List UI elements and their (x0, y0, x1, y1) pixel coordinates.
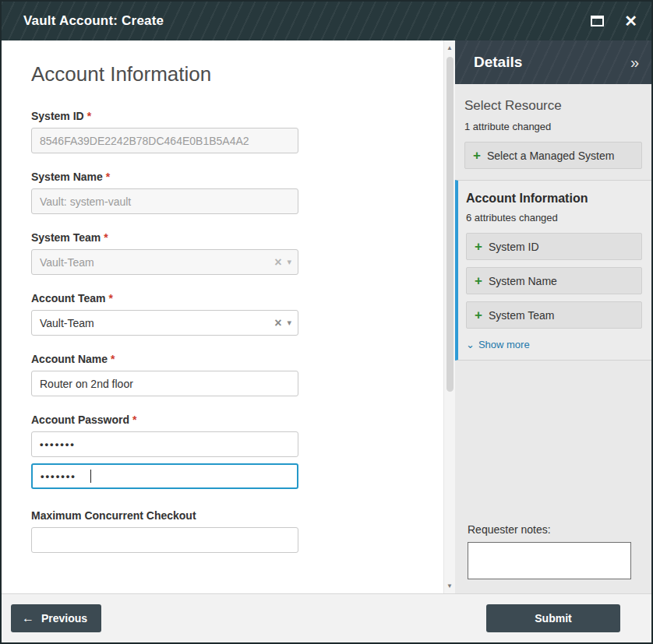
content: Account Information System ID* System Na… (2, 40, 651, 593)
field-system-id: System ID* (31, 110, 298, 153)
required-asterisk: * (106, 171, 110, 183)
footer-left: ← Previous (2, 604, 455, 632)
maximize-glyph (591, 16, 604, 26)
attr-item-system-name[interactable]: + System Name (466, 267, 642, 294)
attr-item-system-team[interactable]: + System Team (466, 301, 642, 329)
select-icons: × ▾ (274, 317, 291, 329)
system-team-label: System Team* (31, 231, 298, 244)
account-team-value: Vault-Team (40, 317, 94, 329)
select-managed-system-button[interactable]: + Select a Managed System (464, 142, 642, 169)
attr-item-system-id[interactable]: + System ID (466, 233, 642, 260)
select-icons: × ▾ (274, 256, 291, 269)
chevron-down-icon: ⌄ (466, 339, 475, 350)
text-cursor (90, 470, 91, 483)
field-system-team: System Team* Vault-Team × ▾ (31, 231, 298, 275)
system-team-value: Vault-Team (40, 256, 94, 269)
details-header: Details » (455, 40, 651, 84)
clear-icon: × (274, 256, 281, 269)
confirm-password-input[interactable] (31, 463, 298, 489)
field-account-password: Account Password* (31, 413, 298, 489)
clear-icon[interactable]: × (274, 317, 281, 329)
show-more-label: Show more (478, 339, 530, 350)
plus-icon: + (475, 274, 482, 287)
form-scroll-area: Account Information System ID* System Na… (2, 40, 443, 593)
system-team-select: Vault-Team × ▾ (31, 249, 298, 275)
submit-button[interactable]: Submit (486, 604, 620, 632)
caret-down-icon[interactable]: ▾ (287, 318, 291, 328)
system-name-label: System Name* (31, 171, 298, 183)
select-resource-section: Select Resource 1 attribute changed + Se… (455, 84, 651, 180)
required-asterisk: * (132, 413, 136, 426)
field-system-name: System Name* (31, 171, 298, 214)
select-resource-heading: Select Resource (464, 98, 642, 114)
page-title: Account Information (31, 62, 443, 86)
footer: ← Previous Submit (2, 593, 651, 642)
window-title: Vault Account: Create (23, 13, 164, 29)
close-icon[interactable]: ✕ (624, 13, 637, 29)
attr-item-label: System Name (489, 275, 557, 287)
requester-notes-label: Requester notes: (468, 523, 642, 536)
plus-icon: + (475, 240, 482, 253)
account-information-panel: Account Information 6 attributes changed… (455, 180, 651, 361)
details-sidebar: Details » Select Resource 1 attribute ch… (455, 40, 651, 593)
plus-icon: + (475, 308, 482, 322)
show-more-link[interactable]: ⌄ Show more (466, 336, 642, 352)
account-password-label: Account Password* (31, 413, 298, 426)
titlebar-icons: ✕ (591, 13, 637, 29)
previous-label: Previous (41, 612, 87, 625)
select-managed-system-label: Select a Managed System (487, 150, 614, 162)
select-resource-changed: 1 attribute changed (464, 121, 642, 132)
details-title: Details (474, 54, 522, 71)
confirm-password-wrap (31, 463, 298, 489)
account-password-input[interactable] (31, 431, 298, 457)
field-maximum-concurrent-checkout: Maximum Concurrent Checkout (31, 509, 298, 553)
form-panel: Account Information System ID* System Na… (2, 40, 455, 593)
requester-notes-input[interactable] (468, 542, 631, 579)
system-id-label: System ID* (31, 110, 298, 122)
attr-item-label: System ID (489, 241, 539, 253)
account-team-select[interactable]: Vault-Team × ▾ (31, 310, 298, 336)
required-asterisk: * (104, 231, 108, 244)
arrow-left-icon: ← (22, 611, 34, 625)
system-id-input (31, 128, 298, 153)
plus-icon: + (473, 149, 481, 162)
account-name-label: Account Name* (31, 353, 298, 365)
attr-item-label: System Team (489, 309, 555, 322)
titlebar: Vault Account: Create ✕ (2, 2, 651, 40)
required-asterisk: * (111, 353, 115, 365)
maximize-icon[interactable] (591, 16, 604, 26)
account-information-changed: 6 attributes changed (466, 212, 642, 223)
field-account-team: Account Team* Vault-Team × ▾ (31, 292, 298, 336)
scroll-up-icon[interactable]: ▲ (447, 40, 453, 55)
required-asterisk: * (87, 110, 91, 122)
required-asterisk: * (108, 292, 112, 304)
account-information-heading: Account Information (466, 192, 642, 206)
system-name-input (31, 188, 298, 214)
vault-account-create-window: Vault Account: Create ✕ Account Informat… (0, 0, 653, 644)
scrollbar[interactable]: ▲ ▼ (443, 40, 455, 593)
account-team-label: Account Team* (31, 292, 298, 304)
maximum-concurrent-checkout-label: Maximum Concurrent Checkout (31, 509, 298, 522)
previous-button[interactable]: ← Previous (11, 604, 101, 632)
scrollbar-thumb[interactable] (447, 57, 454, 392)
requester-notes-section: Requester notes: (455, 516, 651, 593)
maximum-concurrent-checkout-input[interactable] (31, 527, 298, 553)
scroll-down-icon[interactable]: ▼ (447, 579, 453, 593)
field-account-name: Account Name* (31, 353, 298, 396)
caret-down-icon: ▾ (287, 257, 291, 267)
details-body: Select Resource 1 attribute changed + Se… (455, 84, 651, 516)
account-name-input[interactable] (31, 371, 298, 396)
footer-right: Submit (455, 604, 651, 632)
collapse-panel-icon[interactable]: » (630, 54, 639, 72)
